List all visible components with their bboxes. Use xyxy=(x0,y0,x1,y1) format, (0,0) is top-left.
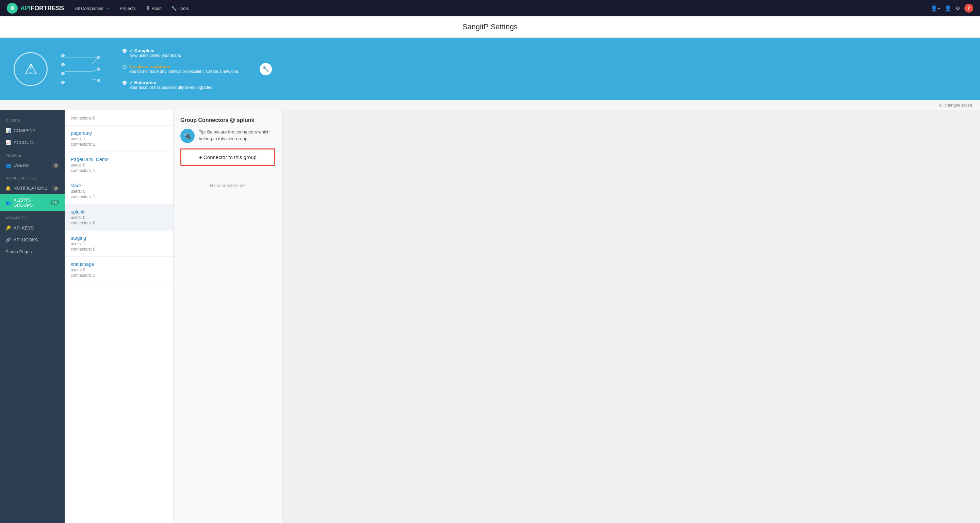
banner-connector-lines xyxy=(61,54,109,85)
sidebar-item-account[interactable]: 📈 ACCOUNT xyxy=(0,137,65,148)
no-connectors-text: No connectors yet xyxy=(180,173,275,198)
banner-item-alerts: No alerts recipients You do not have any… xyxy=(123,64,239,74)
tip-box: 🔌 Tip: Below are the connectors which be… xyxy=(180,129,275,143)
global-section-label: Global xyxy=(0,114,65,124)
sidebar-item-api-hooks[interactable]: 🔗 API HOOKS xyxy=(0,234,65,246)
list-item-connectors-header: connectors: 0 xyxy=(65,110,173,126)
sidebar-account-label: ACCOUNT xyxy=(14,140,35,145)
alerts-icon: 👥 xyxy=(5,200,11,205)
vault-icon: 🗄 xyxy=(145,6,150,11)
notifications-badge: 0 xyxy=(52,186,59,191)
banner-checklist: ✓ Complete New users joined your team. N… xyxy=(123,48,239,90)
list-item-pagerduty-demo[interactable]: PagerDuty_Demo users: 0 connectors: 1 xyxy=(65,152,173,178)
nav-vault[interactable]: 🗄 Vault xyxy=(141,4,166,13)
connectors-header-text: connectors: 0 xyxy=(71,116,167,121)
group-connectors-title: Group Connectors @ splunk xyxy=(180,117,275,123)
tip-text: Tip: Below are the connectors which belo… xyxy=(199,129,275,142)
sidebar-item-alerts-groups[interactable]: 👥 ALERTS GROUPS 13 xyxy=(0,194,65,211)
page-title: SangitP Settings xyxy=(0,16,980,38)
group-connectors-panel: Group Connectors @ splunk 🔌 Tip: Below a… xyxy=(173,110,282,523)
sidebar: Global 📊 COMPANY 📈 ACCOUNT People 👥 USER… xyxy=(0,110,65,523)
connector-dot-3 xyxy=(61,72,65,75)
wrench-button[interactable]: 🔧 xyxy=(259,63,272,75)
banner-item-enterprise-sub: Your account has successfully been upgra… xyxy=(129,85,214,90)
users-badge: 3 xyxy=(52,163,59,168)
connector-dot-2 xyxy=(61,63,65,66)
nav-tools[interactable]: 🔧 Tools xyxy=(167,4,193,13)
sidebar-item-company[interactable]: 📊 COMPANY xyxy=(0,124,65,137)
nav-all-companies[interactable]: All Companies → xyxy=(71,3,115,13)
banner-item-alerts-title: No alerts recipients xyxy=(129,64,239,69)
logo[interactable]: ⚙ APIFORTRESS xyxy=(7,3,64,14)
banner-item-complete-sub: New users joined your team. xyxy=(129,53,181,58)
plug-icon: 🔌 xyxy=(180,129,195,143)
logo-icon: ⚙ xyxy=(7,3,18,14)
nav-items: All Companies → Projects 🗄 Vault 🔧 Tools xyxy=(71,3,924,13)
banner-item-enterprise-title: ✓ Enterprise xyxy=(129,80,214,85)
status-circle-complete xyxy=(123,49,127,53)
add-connector-button[interactable]: + Connector to this group xyxy=(180,148,275,166)
sidebar-users-label: USERS xyxy=(14,163,29,168)
sidebar-api-hooks-label: API HOOKS xyxy=(14,237,38,242)
help-icon[interactable]: ? xyxy=(964,4,973,13)
settings-icon[interactable]: ⚙ xyxy=(956,5,960,11)
banner-item-alerts-sub: You do not have any notification recipie… xyxy=(129,69,239,74)
advanced-section-label: Advanced xyxy=(0,211,65,222)
sidebar-notifications-label: NOTIFICATIONS xyxy=(14,186,47,191)
nav-arrow-icon: → xyxy=(105,5,110,11)
notifications-section-label: Notifications xyxy=(0,171,65,182)
sidebar-alerts-groups-label: ALERTS GROUPS xyxy=(14,198,48,208)
sidebar-item-api-keys[interactable]: 🔑 API KEYS xyxy=(0,222,65,234)
users-icon: 👥 xyxy=(5,163,11,168)
sidebar-item-status-pages[interactable]: Status Pages xyxy=(0,246,65,258)
setup-banner: ⚠ ✓ Complete New users joined your xyxy=(0,38,980,100)
svg-point-8 xyxy=(97,67,100,71)
status-circle-enterprise xyxy=(123,81,127,85)
api-keys-icon: 🔑 xyxy=(5,225,11,231)
add-user-icon[interactable]: 👤+ xyxy=(931,5,940,11)
list-item-staging[interactable]: staging users: 1 connectors: 0 xyxy=(65,231,173,257)
list-item-statuspage[interactable]: statuspage users: 0 connectors: 1 xyxy=(65,257,173,283)
main-layout: Global 📊 COMPANY 📈 ACCOUNT People 👥 USER… xyxy=(0,110,980,523)
top-nav: ⚙ APIFORTRESS All Companies → Projects 🗄… xyxy=(0,0,980,16)
right-empty-panel xyxy=(282,110,980,523)
company-icon: 📊 xyxy=(5,128,11,133)
banner-item-complete: ✓ Complete New users joined your team. xyxy=(123,48,239,58)
banner-warning-icon: ⚠ xyxy=(14,52,48,86)
alerts-groups-badge: 13 xyxy=(50,200,59,205)
api-hooks-icon: 🔗 xyxy=(5,237,11,242)
svg-point-7 xyxy=(97,56,100,59)
connector-svg xyxy=(65,54,109,85)
banner-item-enterprise: ✓ Enterprise Your account has successful… xyxy=(123,80,239,90)
account-icon: 📈 xyxy=(5,140,11,145)
list-item-slack[interactable]: slack users: 0 connectors: 1 xyxy=(65,178,173,204)
list-item-pagerduty[interactable]: pagerduty users: 1 connectors: 1 xyxy=(65,126,173,152)
sidebar-item-users[interactable]: 👥 USERS 3 xyxy=(0,159,65,171)
content-area: connectors: 0 pagerduty users: 1 connect… xyxy=(65,110,980,523)
sidebar-company-label: COMPANY xyxy=(14,128,36,133)
changes-saved-text: All changes saved. xyxy=(0,100,980,110)
banner-item-complete-title: ✓ Complete xyxy=(129,48,181,53)
groups-list-panel: connectors: 0 pagerduty users: 1 connect… xyxy=(65,110,173,523)
notifications-icon: 🔔 xyxy=(5,186,11,191)
nav-right: 👤+ 👤 ⚙ ? xyxy=(931,4,973,13)
connector-dot-4 xyxy=(61,81,65,84)
svg-point-9 xyxy=(97,79,100,82)
tools-icon: 🔧 xyxy=(171,6,177,11)
status-pages-label: Status Pages xyxy=(5,249,32,254)
sidebar-api-keys-label: API KEYS xyxy=(14,225,34,231)
status-circle-alerts xyxy=(123,65,127,69)
sidebar-item-notifications[interactable]: 🔔 NOTIFICATIONS 0 xyxy=(0,182,65,194)
list-item-splunk[interactable]: splunk users: 0 connectors: 0 xyxy=(65,204,173,231)
nav-projects[interactable]: Projects xyxy=(116,4,140,13)
connector-dot-1 xyxy=(61,54,65,57)
people-section-label: People xyxy=(0,148,65,159)
user-icon[interactable]: 👤 xyxy=(945,5,951,11)
logo-text: APIFORTRESS xyxy=(21,5,64,12)
